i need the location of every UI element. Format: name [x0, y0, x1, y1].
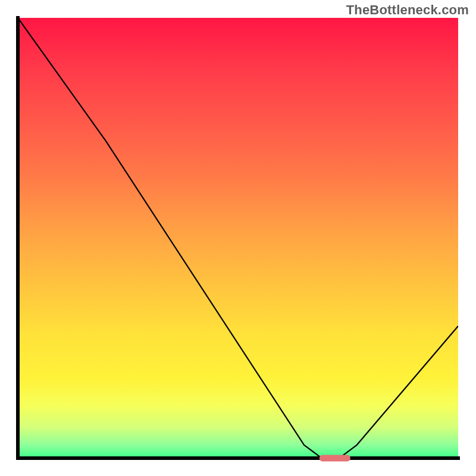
chart-container: TheBottleneck.com: [0, 0, 476, 476]
bottleneck-chart: [0, 0, 476, 476]
optimal-range-marker: [320, 455, 350, 462]
watermark-label: TheBottleneck.com: [346, 2, 469, 18]
plot-background-gradient: [18, 18, 458, 458]
